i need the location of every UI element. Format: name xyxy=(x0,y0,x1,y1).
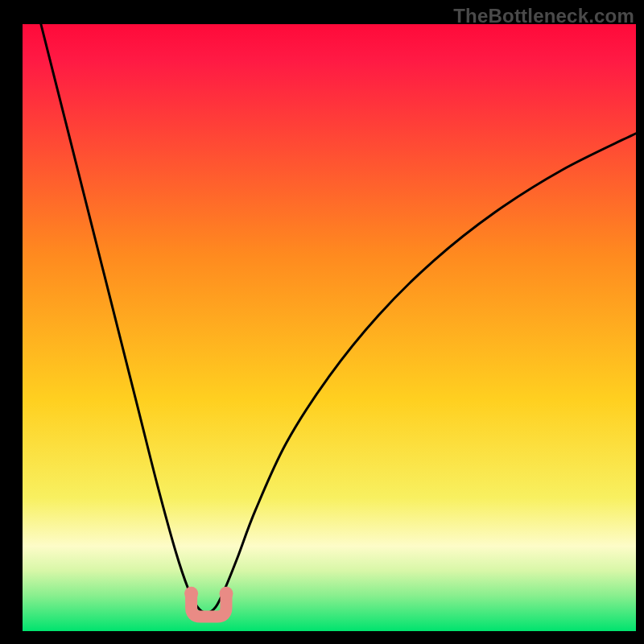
optimal-zone-cap-left xyxy=(184,587,198,601)
bottleneck-chart xyxy=(0,0,644,644)
optimal-zone-cap-right xyxy=(220,587,233,601)
chart-stage: TheBottleneck.com xyxy=(0,0,644,644)
watermark-label: TheBottleneck.com xyxy=(453,5,634,27)
plot-background xyxy=(23,24,636,631)
